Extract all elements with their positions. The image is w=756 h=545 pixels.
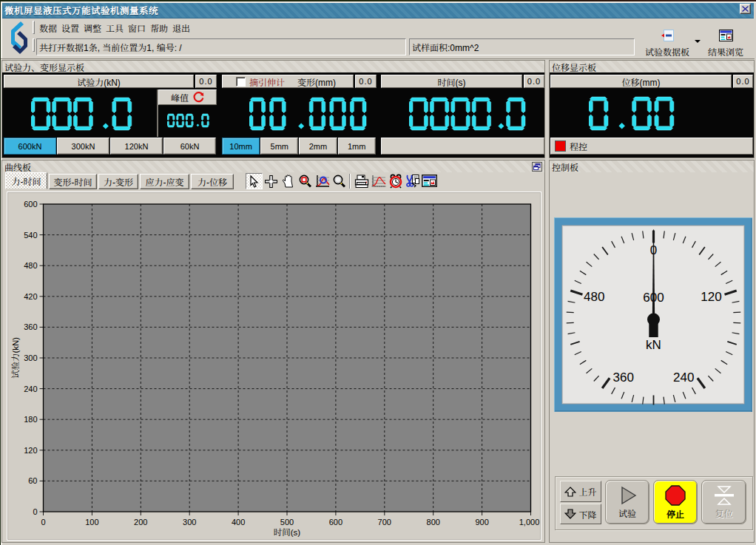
force-group: 试验力(kN) 0.0 峰值 <box>4 75 217 156</box>
tool-pan-crosshair-button[interactable] <box>263 173 280 189</box>
results-view-icon <box>719 30 733 41</box>
svg-text:600: 600 <box>329 518 342 527</box>
down-arrow-icon <box>564 509 576 519</box>
panel-restore-button[interactable] <box>532 162 542 172</box>
status-field: 共打开数据1条, 当前位置为1, 编号: / <box>36 38 406 55</box>
force-indicator: 0.0 <box>195 75 217 88</box>
time-header: 时间(s) <box>381 75 522 88</box>
area-field[interactable]: 试样面积:0mm^2 <box>409 38 635 55</box>
hand-icon <box>282 175 294 188</box>
tool-zoom-button[interactable] <box>331 173 348 189</box>
deform-lcd <box>222 89 377 137</box>
force-value-display <box>31 97 134 134</box>
tool-clock-button[interactable] <box>387 173 404 189</box>
curve-tab-5[interactable]: 力-位移 <box>191 174 234 189</box>
curve-tab-2[interactable]: 变形-时间 <box>49 174 97 189</box>
up-button[interactable]: 上升 <box>560 481 601 502</box>
up-button-label: 上升 <box>578 485 596 498</box>
menu-item-2[interactable]: 设置 <box>59 20 81 35</box>
time-indicator: 0.0 <box>524 75 544 88</box>
force-range-600kn[interactable]: 600kN <box>4 138 56 155</box>
curve-panel-title: 曲线板 <box>4 160 31 173</box>
tool-zoom-curve-button[interactable] <box>314 173 331 189</box>
peak-refresh-icon[interactable] <box>193 92 204 103</box>
svg-text:kN: kN <box>646 338 661 352</box>
svg-text:600: 600 <box>24 200 37 209</box>
deform-range-buttons: 10mm5mm2mm1mm <box>222 138 377 155</box>
svg-text:试验力(kN): 试验力(kN) <box>11 337 20 379</box>
displacement-zone: 位移(mm) 0.0 程控 <box>550 72 754 158</box>
menu-item-6[interactable]: 帮助 <box>148 20 170 35</box>
data-board-icon <box>661 30 674 41</box>
tool-print-button[interactable] <box>353 173 370 189</box>
displacement-indicator: 0.0 <box>733 75 753 88</box>
deform-indicator-value: 0.0 <box>359 77 372 86</box>
curve-tab-3[interactable]: 力-变形 <box>98 174 138 189</box>
menu-item-1[interactable]: 数据 <box>37 20 59 35</box>
title-bar[interactable]: 微机屏显液压式万能试验机测量系统 <box>2 3 754 18</box>
curve-toolbar <box>246 173 438 189</box>
down-button-label: 下降 <box>578 508 596 521</box>
tool-zoom-rect-button[interactable] <box>297 173 314 189</box>
deform-range-10mm[interactable]: 10mm <box>222 138 260 155</box>
control-panel-caption: 控制板 <box>550 160 754 172</box>
gauge-svg: 0120240360480600kN <box>554 217 752 412</box>
tool-cursor-button[interactable] <box>246 173 263 189</box>
menu-item-5[interactable]: 窗口 <box>126 20 148 35</box>
monitor-icon <box>422 175 437 189</box>
svg-text:500: 500 <box>280 518 294 527</box>
force-display-zone: 试验力(kN) 0.0 峰值 <box>2 72 544 158</box>
test-data-board-button[interactable]: 试验数据板 <box>639 30 695 55</box>
close-button[interactable] <box>740 4 751 14</box>
chart-area[interactable]: 01002003004005006007008009001,0000601201… <box>7 192 541 541</box>
reset-button[interactable]: 复位 <box>701 480 746 524</box>
menu-grip[interactable] <box>33 21 35 34</box>
test-button-label: 试验 <box>618 507 636 519</box>
print-icon <box>354 175 369 189</box>
tool-hand-button[interactable] <box>280 173 297 189</box>
tool-copy-clip-button[interactable] <box>404 173 421 189</box>
status-grip[interactable] <box>33 38 35 52</box>
peak-label: 峰值 <box>171 91 189 104</box>
curve-tab-1[interactable]: 力-时间 <box>5 172 47 189</box>
deform-value-display <box>249 97 371 134</box>
time-indicator-value: 0.0 <box>527 77 541 86</box>
menu-bar: 数据设置调整工具窗口帮助退出 <box>37 21 192 34</box>
displacement-indicator-value: 0.0 <box>736 77 749 86</box>
svg-text:120: 120 <box>24 446 37 455</box>
svg-text:700: 700 <box>378 518 391 527</box>
down-button[interactable]: 下降 <box>560 504 601 524</box>
force-range-buttons: 600kN300kN120kN60kN <box>4 138 217 155</box>
displacement-group: 位移(mm) 0.0 程控 <box>550 75 753 156</box>
deform-range-1mm[interactable]: 1mm <box>338 138 376 155</box>
svg-text:800: 800 <box>427 518 440 527</box>
tool-monitor-button[interactable] <box>421 173 438 189</box>
pan-crosshair-icon <box>264 175 278 189</box>
data-board-caret-icon[interactable] <box>695 40 701 43</box>
force-range-120kn[interactable]: 120kN <box>110 138 163 155</box>
force-header-row: 试验力(kN) 0.0 <box>4 75 217 88</box>
copy-clip-icon <box>405 174 420 189</box>
menu-item-7[interactable]: 退出 <box>170 20 192 35</box>
force-range-60kn[interactable]: 60kN <box>163 138 216 155</box>
toolbar-separator <box>349 174 351 189</box>
stop-button[interactable]: 停止 <box>653 480 698 524</box>
menu-item-4[interactable]: 工具 <box>104 20 126 35</box>
program-control-bar: 程控 <box>550 138 753 155</box>
deform-range-2mm[interactable]: 2mm <box>299 138 337 155</box>
svg-text:100: 100 <box>85 518 98 527</box>
menu-item-3[interactable]: 调整 <box>81 20 104 35</box>
test-button[interactable]: 试验 <box>605 480 649 524</box>
extensometer-checkbox[interactable] <box>236 77 246 87</box>
toolbar-divider <box>1 58 755 59</box>
tool-curve-options-button[interactable] <box>370 173 387 189</box>
force-range-300kn[interactable]: 300kN <box>57 138 109 155</box>
displacement-lcd <box>550 89 753 137</box>
up-arrow-icon <box>564 487 576 497</box>
zoom-rect-icon <box>298 175 312 189</box>
program-control-indicator[interactable] <box>555 141 566 152</box>
svg-text:480: 480 <box>584 290 604 304</box>
curve-tab-4[interactable]: 应力-应变 <box>140 174 189 189</box>
results-view-button[interactable]: 结果浏览 <box>705 30 746 55</box>
deform-range-5mm[interactable]: 5mm <box>260 138 298 155</box>
